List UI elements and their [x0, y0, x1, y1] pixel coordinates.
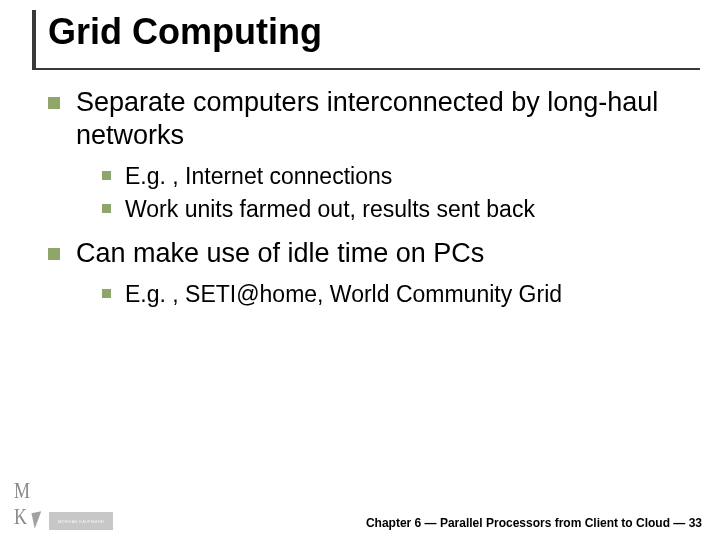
bullet-icon	[102, 289, 111, 298]
list-item-text: Can make use of idle time on PCs	[76, 237, 484, 270]
list-item-text: Work units farmed out, results sent back	[125, 195, 535, 224]
sub-bullet-list: E.g. , Internet connections Work units f…	[102, 162, 690, 224]
list-item: Separate computers interconnected by lon…	[48, 86, 690, 223]
title-area: Grid Computing	[32, 10, 700, 50]
sub-bullet-list: E.g. , SETI@home, World Community Grid	[102, 280, 690, 309]
bullet-icon	[102, 171, 111, 180]
bullet-icon	[102, 204, 111, 213]
bullet-list: Separate computers interconnected by lon…	[48, 86, 690, 309]
title-rule-vertical	[32, 10, 36, 68]
slide: Grid Computing Separate computers interc…	[0, 0, 720, 540]
slide-body: Separate computers interconnected by lon…	[48, 86, 690, 323]
list-item: Work units farmed out, results sent back	[102, 195, 690, 224]
publisher-name: MORGAN KAUFMANN	[58, 519, 104, 524]
slide-title: Grid Computing	[48, 10, 700, 50]
list-item-text: E.g. , SETI@home, World Community Grid	[125, 280, 562, 309]
list-item: E.g. , Internet connections	[102, 162, 690, 191]
title-rule-horizontal	[32, 68, 700, 70]
slide-footer: Chapter 6 — Parallel Processors from Cli…	[366, 516, 702, 530]
publisher-box: MORGAN KAUFMANN	[49, 512, 113, 530]
bullet-icon	[48, 97, 60, 109]
bullet-icon	[48, 248, 60, 260]
list-item: E.g. , SETI@home, World Community Grid	[102, 280, 690, 309]
wedge-icon	[31, 511, 44, 529]
publisher-logo: MK MORGAN KAUFMANN	[14, 488, 113, 530]
list-item: Can make use of idle time on PCs E.g. , …	[48, 237, 690, 309]
mk-monogram: MK	[14, 478, 27, 531]
list-item-text: Separate computers interconnected by lon…	[76, 86, 690, 152]
list-item-text: E.g. , Internet connections	[125, 162, 392, 191]
